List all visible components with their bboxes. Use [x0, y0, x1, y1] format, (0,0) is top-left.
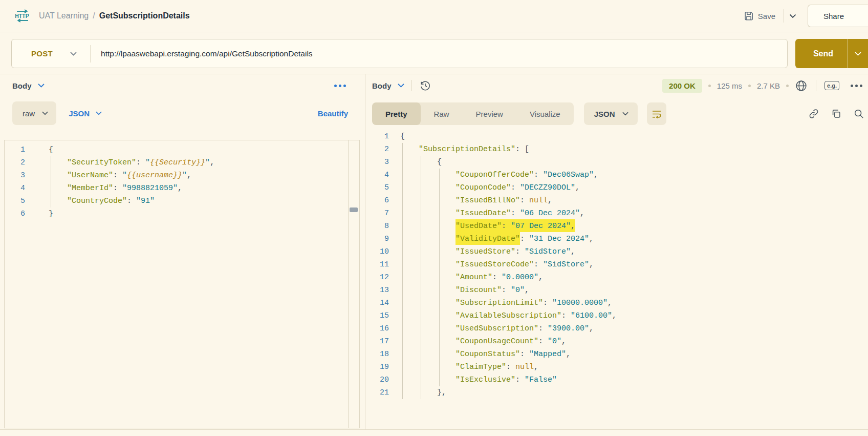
request-body-editor[interactable]: 1{2 "SecurityToken": "{{Security}}",3 "U…	[4, 140, 360, 428]
code-line-13[interactable]: 13 "Discount": "0",	[365, 284, 868, 297]
wrap-text-icon	[652, 109, 662, 118]
url-input[interactable]: http://lpaaswebapi.erstaging.com/api/Get…	[101, 49, 313, 58]
copy-icon[interactable]	[831, 108, 842, 119]
response-body-viewer[interactable]: 1{2 "SubscriptionDetails": [3 {4 "Coupon…	[365, 126, 868, 429]
code-line-9[interactable]: 9 "ValidityDate": "31 Dec 2024",	[365, 233, 868, 245]
status-divider	[816, 80, 816, 91]
code-line-20[interactable]: 20 "IsExclusive": "False"	[365, 373, 868, 386]
send-options-caret[interactable]	[848, 52, 868, 56]
method-caret-icon	[70, 52, 77, 56]
indent-guide	[402, 143, 403, 399]
code-line-7[interactable]: 7 "IssuedDate": "06 Dec 2024",	[365, 207, 868, 220]
code-line-3[interactable]: 3 {	[365, 156, 868, 169]
code-line-8[interactable]: 8 "UsedDate": "07 Dec 2024",	[365, 220, 868, 233]
svg-text:HTTP: HTTP	[15, 13, 29, 19]
breadcrumb-request-name[interactable]: GetSubscriptionDetails	[99, 11, 190, 20]
save-divider	[784, 9, 784, 23]
breadcrumb-collection[interactable]: UAT Learning	[39, 11, 89, 20]
share-label: Share	[823, 12, 844, 20]
send-label: Send	[795, 49, 847, 58]
code-line-21[interactable]: 21 },	[365, 386, 868, 399]
method-selector[interactable]: POST	[12, 49, 90, 58]
search-icon[interactable]	[853, 108, 864, 119]
beautify-link[interactable]: Beautify	[318, 109, 348, 118]
chevron-down-icon	[42, 111, 48, 115]
code-line-19[interactable]: 19 "ClaimType": null,	[365, 361, 868, 373]
link-icon[interactable]	[808, 108, 819, 119]
response-more-options-icon[interactable]	[849, 82, 864, 89]
save-example-icon[interactable]: e.g.	[824, 81, 839, 90]
code-line-12[interactable]: 12 "Amount": "0.0000",	[365, 271, 868, 284]
breadcrumb: UAT Learning / GetSubscriptionDetails	[39, 11, 190, 20]
code-line-2[interactable]: 2 "SecurityToken": "{{Security}}",	[5, 156, 359, 169]
response-size[interactable]: 2.7 KB	[757, 81, 780, 90]
response-body-tab-label: Body	[372, 81, 392, 90]
send-button[interactable]: Send	[795, 39, 868, 68]
response-body-tab[interactable]: Body	[372, 81, 404, 90]
top-bar: HTTP UAT Learning / GetSubscriptionDetai…	[0, 0, 868, 32]
request-body-tab[interactable]: Body	[12, 81, 45, 90]
chevron-down-icon	[96, 111, 102, 115]
code-line-1[interactable]: 1{	[365, 130, 868, 143]
response-toolbar: Pretty Raw Preview Visualize JSON	[372, 102, 864, 125]
dot-separator	[748, 85, 751, 87]
code-line-6[interactable]: 6}	[5, 207, 359, 220]
save-options-caret[interactable]	[789, 14, 796, 18]
request-body-tab-label: Body	[12, 81, 32, 90]
chevron-down-icon	[38, 84, 45, 88]
indent-guide	[51, 156, 51, 207]
status-badge[interactable]: 200 OK	[662, 79, 702, 93]
code-line-4[interactable]: 4 "MemberId": "9988821059",	[5, 182, 359, 195]
response-language-selector[interactable]: JSON	[584, 102, 638, 125]
code-line-16[interactable]: 16 "UsedSubscription": "3900.00",	[365, 322, 868, 335]
code-line-15[interactable]: 15 "AvailableSubscription": "6100.00",	[365, 309, 868, 322]
chevron-down-icon	[622, 112, 628, 116]
response-action-icons	[808, 108, 864, 119]
code-line-5[interactable]: 5 "CouponCode": "DECZZ90DOL",	[365, 181, 868, 194]
response-panel-header: Body 200 OK 125 ms 2.7 KB	[372, 77, 864, 94]
http-request-icon: HTTP	[14, 9, 31, 23]
indent-guide	[421, 156, 421, 399]
code-line-14[interactable]: 14 "SubscriptionLimit": "10000.0000",	[365, 297, 868, 309]
response-history-icon[interactable]	[419, 79, 431, 92]
code-line-1[interactable]: 1{	[5, 143, 359, 156]
code-line-10[interactable]: 10 "IssuedStore": "SidStore",	[365, 245, 868, 258]
response-time[interactable]: 125 ms	[717, 81, 742, 90]
code-line-17[interactable]: 17 "CouponUsageCount": "0",	[365, 335, 868, 348]
tab-raw[interactable]: Raw	[421, 102, 463, 125]
code-line-3[interactable]: 3 "UserName": "{{username}}",	[5, 169, 359, 182]
dot-separator	[786, 85, 789, 87]
tab-pretty[interactable]: Pretty	[372, 102, 421, 125]
scrollbar-thumb[interactable]	[350, 207, 358, 212]
request-json-code[interactable]: 1{2 "SecurityToken": "{{Security}}",3 "U…	[5, 140, 359, 220]
code-line-18[interactable]: 18 "CouponStatus": "Mapped",	[365, 348, 868, 361]
request-language-label: JSON	[69, 109, 90, 118]
request-more-options-icon[interactable]	[332, 82, 348, 89]
method-url-divider	[90, 45, 91, 63]
request-editor-scrollbar[interactable]	[348, 140, 359, 428]
network-globe-icon[interactable]	[795, 79, 808, 92]
response-status-group: 200 OK 125 ms 2.7 KB e.g.	[662, 79, 864, 93]
breadcrumb-separator: /	[93, 11, 95, 20]
top-right-controls: Save Share	[744, 0, 868, 32]
code-line-11[interactable]: 11 "IssuedStoreCode": "SidStore",	[365, 258, 868, 271]
response-json-code[interactable]: 1{2 "SubscriptionDetails": [3 {4 "Coupon…	[365, 126, 868, 399]
save-icon	[744, 11, 754, 21]
api-client-window: HTTP UAT Learning / GetSubscriptionDetai…	[0, 0, 868, 436]
header-divider	[0, 32, 868, 32]
code-line-4[interactable]: 4 "CouponOfferCode": "Dec06Swap",	[365, 169, 868, 181]
request-body-toolbar: raw JSON Beautify	[12, 101, 348, 125]
dot-separator	[708, 85, 711, 87]
body-type-selector[interactable]: raw	[12, 101, 56, 125]
share-button[interactable]: Share	[808, 5, 868, 27]
tab-preview[interactable]: Preview	[463, 102, 516, 125]
code-line-2[interactable]: 2 "SubscriptionDetails": [	[365, 143, 868, 156]
save-label: Save	[758, 12, 775, 20]
code-line-5[interactable]: 5 "CountryCode": "91"	[5, 195, 359, 207]
indent-guide	[439, 169, 440, 386]
wrap-text-toggle[interactable]	[647, 102, 666, 125]
save-button[interactable]: Save	[744, 11, 775, 21]
code-line-6[interactable]: 6 "IssuedBillNo": null,	[365, 194, 868, 207]
tab-visualize[interactable]: Visualize	[516, 102, 574, 125]
request-language-selector[interactable]: JSON	[69, 109, 102, 118]
